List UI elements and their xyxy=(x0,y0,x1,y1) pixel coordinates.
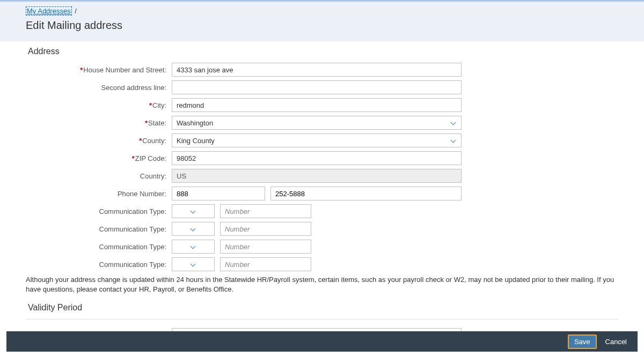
label-comm-type: Communication Type: xyxy=(26,261,172,269)
input-address2[interactable] xyxy=(172,80,462,94)
select-comm-type[interactable] xyxy=(172,222,215,236)
row-address2: Second address line: xyxy=(26,80,618,94)
row-county: *County: King County xyxy=(26,133,618,147)
input-zip[interactable] xyxy=(172,151,462,165)
save-button[interactable]: Save xyxy=(568,334,597,349)
header-area: My Addresses / Edit Mailing address xyxy=(0,2,644,41)
row-comm-type-4: Communication Type: xyxy=(26,257,618,271)
label-comm-type: Communication Type: xyxy=(26,207,172,215)
label-street: *House Number and Street: xyxy=(26,66,172,74)
content-area: Address *House Number and Street: Second… xyxy=(0,41,644,337)
select-county[interactable]: King County xyxy=(172,133,462,147)
row-state: *State: Washington xyxy=(26,116,618,130)
section-title-validity: Validity Period xyxy=(28,303,618,313)
label-country: Country: xyxy=(26,172,172,180)
row-country: Country: xyxy=(26,169,618,183)
breadcrumb: My Addresses / xyxy=(26,7,635,15)
breadcrumb-separator: / xyxy=(75,7,77,15)
chevron-down-icon xyxy=(450,120,457,126)
select-county-value: King County xyxy=(177,137,215,145)
chevron-down-icon xyxy=(190,208,196,214)
note-text: Although your address change is updated … xyxy=(26,275,618,294)
label-comm-type: Communication Type: xyxy=(26,225,172,233)
input-comm-number[interactable] xyxy=(220,222,311,236)
row-city: *City: xyxy=(26,98,618,112)
select-comm-type[interactable] xyxy=(172,204,215,218)
chevron-down-icon xyxy=(190,261,196,267)
chevron-down-icon xyxy=(190,226,196,232)
select-state-value: Washington xyxy=(177,119,213,127)
input-city[interactable] xyxy=(172,98,462,112)
input-comm-number[interactable] xyxy=(220,240,311,254)
label-address2: Second address line: xyxy=(26,84,172,92)
input-street[interactable] xyxy=(172,63,462,77)
row-street: *House Number and Street: xyxy=(26,63,618,77)
row-comm-type-3: Communication Type: xyxy=(26,240,618,254)
footer-bar: Save Cancel xyxy=(6,331,638,352)
section-title-address: Address xyxy=(28,47,618,56)
cancel-button[interactable]: Cancel xyxy=(601,335,631,348)
label-phone: Phone Number: xyxy=(26,190,172,198)
select-state[interactable]: Washington xyxy=(172,116,462,130)
comm-group xyxy=(172,204,311,218)
label-county: *County: xyxy=(26,137,172,145)
comm-group xyxy=(172,257,311,271)
row-zip: *ZIP Code: xyxy=(26,151,618,165)
breadcrumb-my-addresses[interactable]: My Addresses xyxy=(26,6,72,16)
input-phone-number[interactable] xyxy=(270,187,462,200)
row-phone: Phone Number: xyxy=(26,187,618,200)
select-comm-type[interactable] xyxy=(172,240,215,254)
input-phone-area[interactable] xyxy=(172,187,265,200)
chevron-down-icon xyxy=(190,243,196,250)
input-country xyxy=(172,169,462,183)
row-comm-type-1: Communication Type: xyxy=(26,204,618,218)
input-comm-number[interactable] xyxy=(220,204,311,218)
label-comm-type: Communication Type: xyxy=(26,243,172,251)
input-comm-number[interactable] xyxy=(220,257,311,271)
page-title: Edit Mailing address xyxy=(26,19,635,32)
label-state: *State: xyxy=(26,119,172,127)
comm-group xyxy=(172,222,311,236)
chevron-down-icon xyxy=(450,137,457,144)
label-zip: *ZIP Code: xyxy=(26,154,172,162)
select-comm-type[interactable] xyxy=(172,257,215,271)
phone-group xyxy=(172,187,462,200)
row-comm-type-2: Communication Type: xyxy=(26,222,618,236)
label-city: *City: xyxy=(26,101,172,109)
section-divider xyxy=(26,319,618,319)
comm-group xyxy=(172,240,311,254)
